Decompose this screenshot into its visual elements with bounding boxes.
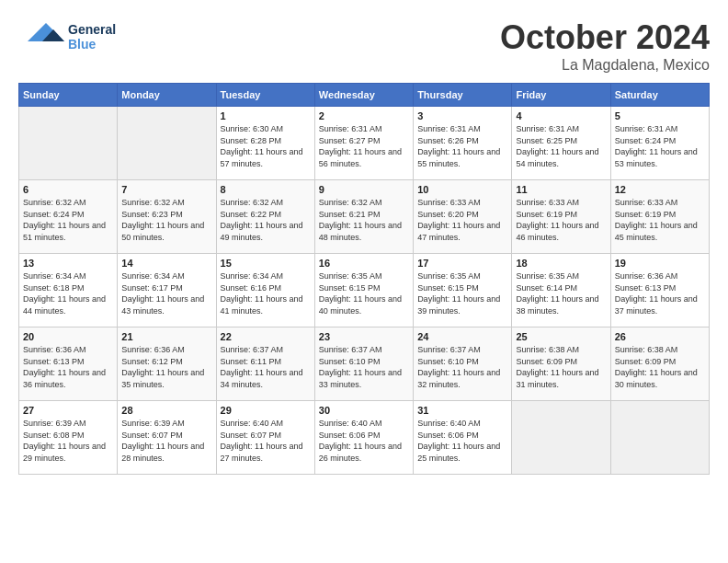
- day-detail: Sunrise: 6:37 AM Sunset: 6:10 PM Dayligh…: [417, 344, 507, 390]
- logo: General Blue: [18, 18, 116, 55]
- day-detail: Sunrise: 6:39 AM Sunset: 6:08 PM Dayligh…: [23, 418, 113, 464]
- calendar-table: SundayMondayTuesdayWednesdayThursdayFrid…: [18, 83, 710, 475]
- day-cell: 12Sunrise: 6:33 AM Sunset: 6:19 PM Dayli…: [610, 180, 709, 254]
- day-cell: 28Sunrise: 6:39 AM Sunset: 6:07 PM Dayli…: [118, 401, 216, 475]
- day-number: 20: [23, 331, 113, 342]
- day-cell: 5Sunrise: 6:31 AM Sunset: 6:24 PM Daylig…: [610, 107, 709, 180]
- day-number: 12: [615, 184, 705, 195]
- day-detail: Sunrise: 6:31 AM Sunset: 6:24 PM Dayligh…: [615, 123, 705, 169]
- day-cell: 13Sunrise: 6:34 AM Sunset: 6:18 PM Dayli…: [19, 254, 118, 327]
- day-number: 19: [615, 258, 705, 269]
- day-number: 21: [121, 331, 211, 342]
- day-number: 7: [121, 184, 211, 195]
- day-number: 24: [417, 331, 507, 342]
- day-cell: [610, 401, 709, 475]
- day-number: 8: [221, 184, 311, 195]
- day-number: 29: [221, 405, 311, 416]
- day-number: 28: [121, 405, 211, 416]
- header-day-saturday: Saturday: [610, 84, 709, 107]
- day-cell: 4Sunrise: 6:31 AM Sunset: 6:25 PM Daylig…: [512, 107, 610, 180]
- day-detail: Sunrise: 6:36 AM Sunset: 6:13 PM Dayligh…: [23, 344, 113, 390]
- page-header: General Blue October 2024 La Magdalena, …: [18, 18, 710, 74]
- day-cell: 8Sunrise: 6:32 AM Sunset: 6:22 PM Daylig…: [216, 180, 314, 254]
- day-detail: Sunrise: 6:38 AM Sunset: 6:09 PM Dayligh…: [516, 344, 606, 390]
- header-day-friday: Friday: [512, 84, 610, 107]
- day-detail: Sunrise: 6:34 AM Sunset: 6:17 PM Dayligh…: [121, 270, 211, 316]
- logo-blue-text: Blue: [68, 37, 116, 52]
- day-cell: 15Sunrise: 6:34 AM Sunset: 6:16 PM Dayli…: [216, 254, 314, 327]
- day-number: 3: [417, 110, 507, 121]
- day-cell: 22Sunrise: 6:37 AM Sunset: 6:11 PM Dayli…: [216, 327, 314, 401]
- day-detail: Sunrise: 6:39 AM Sunset: 6:07 PM Dayligh…: [121, 418, 211, 464]
- day-detail: Sunrise: 6:37 AM Sunset: 6:11 PM Dayligh…: [221, 344, 311, 390]
- day-cell: 30Sunrise: 6:40 AM Sunset: 6:06 PM Dayli…: [314, 401, 413, 475]
- day-cell: 23Sunrise: 6:37 AM Sunset: 6:10 PM Dayli…: [314, 327, 413, 401]
- week-row-4: 27Sunrise: 6:39 AM Sunset: 6:08 PM Dayli…: [19, 401, 710, 475]
- day-detail: Sunrise: 6:33 AM Sunset: 6:20 PM Dayligh…: [417, 197, 507, 243]
- day-detail: Sunrise: 6:40 AM Sunset: 6:06 PM Dayligh…: [417, 418, 507, 464]
- day-number: 25: [516, 331, 606, 342]
- day-cell: 17Sunrise: 6:35 AM Sunset: 6:15 PM Dayli…: [414, 254, 512, 327]
- day-cell: [512, 401, 610, 475]
- day-detail: Sunrise: 6:37 AM Sunset: 6:10 PM Dayligh…: [319, 344, 409, 390]
- week-row-1: 6Sunrise: 6:32 AM Sunset: 6:24 PM Daylig…: [19, 180, 710, 254]
- day-cell: 20Sunrise: 6:36 AM Sunset: 6:13 PM Dayli…: [19, 327, 118, 401]
- header-day-monday: Monday: [118, 84, 216, 107]
- day-number: 17: [417, 258, 507, 269]
- week-row-2: 13Sunrise: 6:34 AM Sunset: 6:18 PM Dayli…: [19, 254, 710, 327]
- day-number: 1: [221, 110, 311, 121]
- day-cell: 31Sunrise: 6:40 AM Sunset: 6:06 PM Dayli…: [414, 401, 512, 475]
- day-number: 30: [319, 405, 409, 416]
- day-detail: Sunrise: 6:31 AM Sunset: 6:26 PM Dayligh…: [417, 123, 507, 169]
- day-cell: 1Sunrise: 6:30 AM Sunset: 6:28 PM Daylig…: [216, 107, 314, 180]
- day-detail: Sunrise: 6:32 AM Sunset: 6:22 PM Dayligh…: [221, 197, 311, 243]
- location: La Magdalena, Mexico: [500, 57, 710, 74]
- day-cell: 26Sunrise: 6:38 AM Sunset: 6:09 PM Dayli…: [610, 327, 709, 401]
- day-number: 2: [319, 110, 409, 121]
- day-detail: Sunrise: 6:35 AM Sunset: 6:15 PM Dayligh…: [417, 270, 507, 316]
- day-number: 9: [319, 184, 409, 195]
- header-day-thursday: Thursday: [414, 84, 512, 107]
- calendar-header: SundayMondayTuesdayWednesdayThursdayFrid…: [19, 84, 710, 107]
- day-detail: Sunrise: 6:32 AM Sunset: 6:23 PM Dayligh…: [121, 197, 211, 243]
- day-cell: 9Sunrise: 6:32 AM Sunset: 6:21 PM Daylig…: [314, 180, 413, 254]
- day-number: 27: [23, 405, 113, 416]
- day-detail: Sunrise: 6:38 AM Sunset: 6:09 PM Dayligh…: [615, 344, 705, 390]
- logo-general-text: General: [68, 22, 116, 37]
- day-detail: Sunrise: 6:40 AM Sunset: 6:07 PM Dayligh…: [221, 418, 311, 464]
- day-number: 6: [23, 184, 113, 195]
- month-title: October 2024: [500, 18, 710, 57]
- day-detail: Sunrise: 6:33 AM Sunset: 6:19 PM Dayligh…: [615, 197, 705, 243]
- day-cell: 6Sunrise: 6:32 AM Sunset: 6:24 PM Daylig…: [19, 180, 118, 254]
- day-cell: [19, 107, 118, 180]
- week-row-3: 20Sunrise: 6:36 AM Sunset: 6:13 PM Dayli…: [19, 327, 710, 401]
- day-cell: 2Sunrise: 6:31 AM Sunset: 6:27 PM Daylig…: [314, 107, 413, 180]
- day-number: 23: [319, 331, 409, 342]
- day-detail: Sunrise: 6:32 AM Sunset: 6:24 PM Dayligh…: [23, 197, 113, 243]
- day-cell: 29Sunrise: 6:40 AM Sunset: 6:07 PM Dayli…: [216, 401, 314, 475]
- day-cell: 7Sunrise: 6:32 AM Sunset: 6:23 PM Daylig…: [118, 180, 216, 254]
- day-number: 15: [221, 258, 311, 269]
- calendar-body: 1Sunrise: 6:30 AM Sunset: 6:28 PM Daylig…: [19, 107, 710, 475]
- title-block: October 2024 La Magdalena, Mexico: [500, 18, 710, 74]
- day-detail: Sunrise: 6:35 AM Sunset: 6:15 PM Dayligh…: [319, 270, 409, 316]
- day-number: 16: [319, 258, 409, 269]
- day-cell: 24Sunrise: 6:37 AM Sunset: 6:10 PM Dayli…: [414, 327, 512, 401]
- day-number: 14: [121, 258, 211, 269]
- day-detail: Sunrise: 6:33 AM Sunset: 6:19 PM Dayligh…: [516, 197, 606, 243]
- day-cell: 16Sunrise: 6:35 AM Sunset: 6:15 PM Dayli…: [314, 254, 413, 327]
- day-number: 26: [615, 331, 705, 342]
- day-number: 22: [221, 331, 311, 342]
- day-detail: Sunrise: 6:30 AM Sunset: 6:28 PM Dayligh…: [221, 123, 311, 169]
- header-day-wednesday: Wednesday: [314, 84, 413, 107]
- day-number: 11: [516, 184, 606, 195]
- day-number: 5: [615, 110, 705, 121]
- day-cell: 19Sunrise: 6:36 AM Sunset: 6:13 PM Dayli…: [610, 254, 709, 327]
- day-cell: 25Sunrise: 6:38 AM Sunset: 6:09 PM Dayli…: [512, 327, 610, 401]
- day-cell: 21Sunrise: 6:36 AM Sunset: 6:12 PM Dayli…: [118, 327, 216, 401]
- header-day-tuesday: Tuesday: [216, 84, 314, 107]
- header-row: SundayMondayTuesdayWednesdayThursdayFrid…: [19, 84, 710, 107]
- day-detail: Sunrise: 6:36 AM Sunset: 6:13 PM Dayligh…: [615, 270, 705, 316]
- day-detail: Sunrise: 6:32 AM Sunset: 6:21 PM Dayligh…: [319, 197, 409, 243]
- day-detail: Sunrise: 6:40 AM Sunset: 6:06 PM Dayligh…: [319, 418, 409, 464]
